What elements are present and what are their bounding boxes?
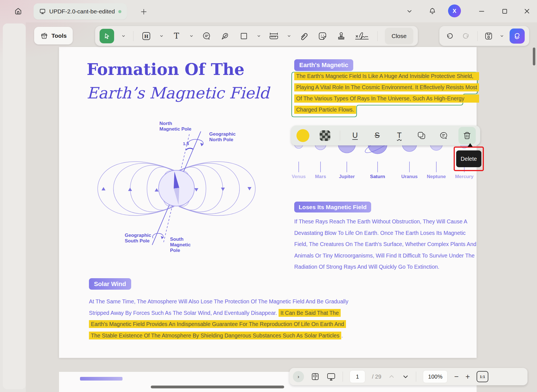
tabs-dropdown-button[interactable]: [403, 5, 416, 17]
trash-icon: [462, 131, 472, 140]
ai-assistant-button[interactable]: [510, 29, 525, 44]
previous-page-button[interactable]: [388, 373, 395, 380]
label-north-magnetic-pole-2: Magnetic Pole: [159, 126, 191, 132]
redo-icon: [462, 32, 470, 40]
section-badge-loses-field: Loses Its Magnetic Field: [294, 202, 371, 212]
vertical-scrollbar[interactable]: [533, 48, 535, 65]
monitor-icon: [39, 8, 46, 15]
highlight-segment[interactable]: Earth's Magnetic Field Provides An Indis…: [89, 320, 346, 328]
stamp-tool-button[interactable]: [336, 30, 347, 42]
underline-button[interactable]: U: [348, 128, 362, 143]
squiggly-underline-button[interactable]: T: [392, 128, 407, 143]
maximize-button[interactable]: [498, 5, 511, 17]
signature-tool-button[interactable]: [354, 30, 370, 42]
page-number-input[interactable]: 1: [350, 370, 365, 383]
doc-title-line2: Earth’s Magnetic Field: [87, 84, 269, 102]
bell-icon: [428, 7, 436, 15]
highlight-line[interactable]: The Earth's Magnetic Field Is Like A Hug…: [294, 72, 479, 80]
strikethrough-button[interactable]: S: [370, 128, 385, 143]
heading-tool-button[interactable]: H: [141, 30, 152, 42]
paragraph-solar-wind[interactable]: At The Same Time, The Atmosphere Will Al…: [89, 296, 348, 341]
signature-icon: [354, 31, 369, 41]
highlight-line[interactable]: Of The Various Types Of Rays In The Univ…: [294, 95, 479, 103]
text-line: At The Same Time, The Atmosphere Will Al…: [89, 296, 348, 307]
copy-icon: [416, 131, 427, 141]
highlight-line[interactable]: Charged Particle Flows.: [294, 106, 356, 114]
text-segment: .: [341, 332, 343, 339]
measure-tool-dropdown[interactable]: [287, 34, 291, 38]
delete-button[interactable]: [458, 127, 476, 144]
minimize-button[interactable]: [475, 5, 488, 17]
square-shape-icon: [239, 31, 249, 41]
highlighted-paragraph[interactable]: The Earth's Magnetic Field Is Like A Hug…: [294, 72, 479, 117]
next-page-button[interactable]: [402, 373, 409, 380]
new-tab-button[interactable]: [138, 6, 149, 17]
user-avatar[interactable]: X: [448, 4, 461, 17]
label-north-magnetic-pole-1: North: [159, 121, 172, 126]
strikethrough-icon: S: [375, 131, 380, 140]
copy-button[interactable]: [414, 128, 429, 143]
status-bar: › 1 / 29 100% − + 1:1: [289, 368, 527, 385]
text-tool-dropdown[interactable]: [189, 34, 194, 38]
actual-size-button[interactable]: 1:1: [477, 371, 488, 382]
redo-button[interactable]: [461, 30, 472, 42]
undo-button[interactable]: [444, 30, 455, 42]
chevron-down-icon: [406, 8, 413, 15]
select-tool-dropdown[interactable]: [121, 34, 126, 38]
zoom-out-button[interactable]: −: [454, 372, 459, 381]
highlight-color-button[interactable]: [296, 128, 310, 143]
close-label: Close: [392, 33, 407, 39]
heading-tool-dropdown[interactable]: [159, 34, 164, 38]
expand-statusbar-button[interactable]: ›: [293, 371, 304, 382]
opacity-button[interactable]: [318, 128, 332, 143]
toolbox-icon: [40, 32, 48, 40]
shape-tool-dropdown[interactable]: [257, 34, 261, 38]
home-button[interactable]: [10, 4, 26, 18]
notifications-button[interactable]: [426, 5, 439, 17]
cursor-icon: [103, 32, 111, 40]
shape-tool-button[interactable]: [238, 30, 249, 42]
delete-tooltip: Delete: [456, 150, 481, 167]
page-layout-icon[interactable]: [311, 372, 320, 381]
label-geo-north-pole-2: North Pole: [209, 137, 233, 142]
comment-button[interactable]: [436, 128, 451, 143]
label-south-magnetic-pole-2: Magnetic: [170, 242, 191, 247]
tools-button[interactable]: Tools: [34, 27, 73, 44]
zoom-in-button[interactable]: +: [465, 372, 470, 381]
section-badge-solar-wind: Solar Wind: [89, 278, 131, 290]
highlight-context-toolbar: U S T: [291, 126, 480, 145]
measure-tool-button[interactable]: [268, 30, 279, 42]
tab-title: UPDF-2.0-cant-be-edited: [49, 8, 115, 15]
maximize-icon: [501, 8, 508, 15]
paragraph-loses-field[interactable]: If These Rays Reach The Earth Without Ob…: [294, 216, 476, 273]
horizontal-scrollbar[interactable]: [151, 386, 284, 388]
section-badge-earths-magnetic: Earth's Magnetic: [294, 59, 353, 71]
doc-title-line1: Formation Of The: [87, 60, 244, 79]
highlighter-tool-button[interactable]: [220, 30, 231, 42]
comment-tool-button[interactable]: [201, 30, 212, 42]
select-tool-button[interactable]: [100, 29, 114, 43]
text-tool-button[interactable]: T: [171, 30, 182, 42]
toolbar-divider: [133, 31, 133, 41]
highlight-segment[interactable]: It Can Be Said That The: [279, 309, 341, 317]
magnetic-field-diagram: North Magnetic Pole Geographic North Pol…: [70, 116, 288, 261]
document-tab[interactable]: UPDF-2.0-cant-be-edited: [34, 3, 127, 20]
comment-bubble-icon: [202, 31, 212, 41]
highlight-line[interactable]: Playing A Vital Role In The Cosmic Envir…: [294, 83, 479, 91]
close-window-button[interactable]: [521, 5, 533, 17]
save-button[interactable]: [483, 30, 494, 42]
sticker-tool-button[interactable]: [317, 30, 328, 42]
label-south-magnetic-pole-3: Pole: [170, 248, 180, 253]
close-toolbar-button[interactable]: Close: [385, 28, 413, 44]
label-south-magnetic-pole-1: South: [170, 237, 183, 242]
next-page-decoration: [80, 377, 123, 381]
highlight-segment[interactable]: The Stable Existence Of The Atmosphere B…: [89, 332, 341, 339]
presentation-icon[interactable]: [326, 372, 336, 381]
save-dropdown[interactable]: [500, 34, 504, 38]
toolbar-divider: [377, 31, 378, 41]
heading-icon: H: [141, 31, 152, 41]
attachment-tool-button[interactable]: [298, 30, 310, 42]
label-geo-south-pole-1: Geographic: [125, 233, 151, 238]
statusbar-divider: [343, 372, 343, 382]
zoom-level[interactable]: 100%: [423, 370, 447, 383]
